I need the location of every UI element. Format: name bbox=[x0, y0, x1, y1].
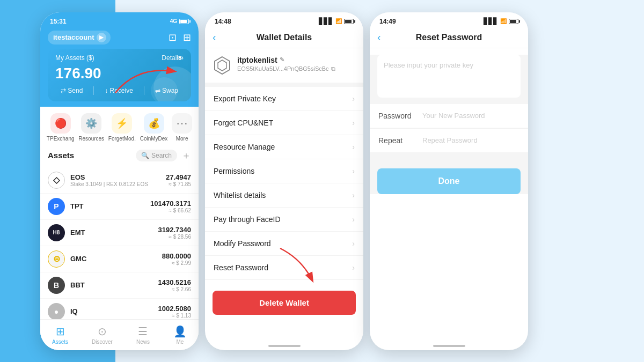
repeat-label: Repeat bbox=[378, 136, 416, 145]
assets-section: Assets 🔍 Search ＋ bbox=[40, 145, 199, 167]
status-icons-1: 4G bbox=[170, 18, 189, 24]
icon-resources[interactable]: ⚙️ Resources bbox=[78, 113, 104, 142]
time-1: 15:31 bbox=[50, 18, 67, 25]
home-indicator-3 bbox=[433, 345, 465, 347]
icon-coinmydex[interactable]: 💰 CoinMyDex bbox=[140, 113, 168, 142]
home-indicator-2 bbox=[268, 345, 301, 347]
status-bar-3: 14:49 ▋▋▋ 📶 bbox=[370, 12, 528, 27]
asset-item-gmc[interactable]: ⊜ GMC 880.0000 ≈ $ 2.99 bbox=[40, 246, 199, 272]
icon-more[interactable]: ⋯ More bbox=[172, 113, 192, 142]
wallet-address: EOS5tKuUa5LV...4PnQBG5siScBc ⧉ bbox=[237, 65, 335, 72]
svg-marker-2 bbox=[218, 60, 226, 71]
status-icons-2: ▋▋▋ 📶 bbox=[319, 18, 354, 25]
nav-me-label: Me bbox=[177, 339, 184, 345]
menu-faceid[interactable]: Pay through FaceID › bbox=[205, 208, 363, 232]
chevron-faceid: › bbox=[352, 215, 355, 224]
private-key-placeholder: Please input your private key bbox=[384, 61, 473, 69]
password-row-repeat: Repeat Repeat Password bbox=[370, 128, 528, 152]
wallet-details-title: Wallet Details bbox=[257, 33, 312, 42]
nav-assets-label: Assets bbox=[52, 339, 68, 345]
icon-tpexchang-label: TPExchang bbox=[47, 136, 75, 142]
status-icons-3: ▋▋▋ 📶 bbox=[484, 18, 518, 25]
chevron-whitelist: › bbox=[352, 191, 355, 200]
details-link[interactable]: Details › bbox=[162, 54, 184, 62]
chevron-modify: › bbox=[352, 239, 355, 248]
svg-marker-1 bbox=[215, 57, 230, 74]
wallet-edit-icon[interactable]: ✎ bbox=[280, 56, 284, 63]
icon-more-label: More bbox=[176, 136, 188, 142]
account-arrow: ▶ bbox=[97, 33, 106, 42]
assets-label: My Assets ($) bbox=[55, 54, 94, 62]
menu-export-private-key[interactable]: Export Private Key › bbox=[205, 87, 363, 111]
repeat-password-input[interactable]: Repeat Password bbox=[422, 136, 478, 144]
assets-card: My Assets ($) 👁 Details › 176.90 ⇄ Send … bbox=[48, 49, 191, 101]
password-label: Password bbox=[378, 112, 416, 120]
done-button[interactable]: Done bbox=[377, 168, 521, 194]
menu-modify-password[interactable]: Modify Password › bbox=[205, 232, 363, 256]
chevron-export: › bbox=[352, 94, 355, 103]
assets-title: Assets bbox=[48, 151, 74, 160]
account-name: itestaccount bbox=[53, 33, 94, 41]
phone1-header: itestaccount ▶ ⊡ ⊞ My Assets ($) 👁 Detai… bbox=[40, 27, 199, 107]
status-bar-2: 14:48 ▋▋▋ 📶 bbox=[205, 12, 363, 27]
asset-item-emt[interactable]: H8 EMT 3192.7340 ≈ $ 28.56 bbox=[40, 220, 199, 246]
status-bar-1: 15:31 4G bbox=[40, 12, 199, 27]
search-bar[interactable]: 🔍 Search bbox=[136, 150, 177, 161]
asset-item-eos[interactable]: ◇ EOS Stake 3.1049 | REX 0.8122 EOS 27.4… bbox=[40, 167, 199, 194]
copy-icon[interactable]: ⧉ bbox=[331, 65, 335, 72]
asset-item-tpt[interactable]: P TPT 101470.3171 ≈ $ 66.62 bbox=[40, 194, 199, 220]
nav-discover[interactable]: ⊙ Discover bbox=[92, 325, 113, 345]
wallet-info: itptokenlist ✎ EOS5tKuUa5LV...4PnQBG5siS… bbox=[205, 48, 363, 87]
icon-forgetmod[interactable]: ⚡ ForgetMod. bbox=[108, 113, 136, 142]
password-row-new: Password Your New Password bbox=[370, 104, 528, 128]
icon-coinmydex-label: CoinMyDex bbox=[140, 136, 168, 142]
icon-forgetmod-label: ForgetMod. bbox=[108, 136, 136, 142]
asset-item-bbt[interactable]: B BBT 1430.5216 ≈ $ 2.66 bbox=[40, 272, 199, 299]
battery-2 bbox=[344, 19, 354, 24]
wallet-details-header: ‹ Wallet Details bbox=[205, 27, 363, 48]
send-button[interactable]: ⇄ Send bbox=[61, 86, 83, 95]
menu-reset-password[interactable]: Reset Password › bbox=[205, 256, 363, 280]
camera-icon[interactable]: ⊡ bbox=[169, 32, 177, 43]
signal-wifi-2: ▋▋▋ bbox=[319, 18, 333, 25]
asset-sub-eos: Stake 3.1049 | REX 0.8122 EOS bbox=[70, 181, 160, 187]
back-button-3[interactable]: ‹ bbox=[377, 31, 381, 43]
delete-wallet-button[interactable]: Delete Wallet bbox=[213, 291, 356, 315]
menu-permissions[interactable]: Permissions › bbox=[205, 159, 363, 183]
receive-button[interactable]: ↓ Receive bbox=[105, 86, 133, 95]
news-nav-icon: ☰ bbox=[138, 325, 148, 338]
search-icon: 🔍 bbox=[141, 152, 149, 159]
private-key-input-area[interactable]: Please input your private key bbox=[377, 55, 521, 98]
nav-me[interactable]: 👤 Me bbox=[173, 325, 187, 345]
chevron-reset: › bbox=[352, 263, 355, 272]
add-asset-button[interactable]: ＋ bbox=[181, 149, 191, 162]
menu-resource-manage[interactable]: Resource Manage › bbox=[205, 135, 363, 159]
menu-whitelist[interactable]: Whitelist details › bbox=[205, 183, 363, 208]
chevron-permissions: › bbox=[352, 167, 355, 175]
nav-news[interactable]: ☰ News bbox=[136, 325, 150, 345]
signal-1: 4G bbox=[170, 18, 177, 24]
time-3: 14:49 bbox=[379, 18, 396, 25]
wallet-menu-list: Export Private Key › Forget CPU&NET › Re… bbox=[205, 87, 363, 280]
icon-tpexchang[interactable]: 🔴 TPExchang bbox=[47, 113, 75, 142]
header-icons: ⊡ ⊞ bbox=[169, 32, 191, 43]
back-button-2[interactable]: ‹ bbox=[213, 31, 216, 43]
scan-icon[interactable]: ⊞ bbox=[183, 32, 191, 43]
nav-assets[interactable]: ⊞ Assets bbox=[52, 325, 68, 345]
assets-header: Assets 🔍 Search ＋ bbox=[48, 149, 191, 162]
phone-3: 14:49 ▋▋▋ 📶 ‹ Reset Password Please inpu… bbox=[370, 12, 528, 350]
account-button[interactable]: itestaccount ▶ bbox=[48, 31, 111, 45]
assets-nav-icon: ⊞ bbox=[56, 325, 65, 338]
bottom-nav: ⊞ Assets ⊙ Discover ☰ News 👤 Me bbox=[40, 319, 199, 350]
menu-forget-cpu[interactable]: Forget CPU&NET › bbox=[205, 111, 363, 135]
phones-wrapper: 15:31 4G itestaccount ▶ ⊡ ⊞ bbox=[0, 0, 644, 362]
reset-password-title: Reset Password bbox=[416, 33, 482, 42]
phone-1: 15:31 4G itestaccount ▶ ⊡ ⊞ bbox=[40, 12, 199, 350]
wifi-icon-2: 📶 bbox=[335, 18, 342, 24]
me-nav-icon: 👤 bbox=[173, 325, 187, 338]
reset-password-header: ‹ Reset Password bbox=[370, 27, 528, 48]
new-password-input[interactable]: Your New Password bbox=[422, 112, 485, 120]
icons-row: 🔴 TPExchang ⚙️ Resources ⚡ ForgetMod. 💰 … bbox=[40, 107, 199, 145]
wallet-name: itptokenlist ✎ bbox=[237, 56, 335, 64]
asset-name-eos: EOS bbox=[70, 173, 160, 181]
